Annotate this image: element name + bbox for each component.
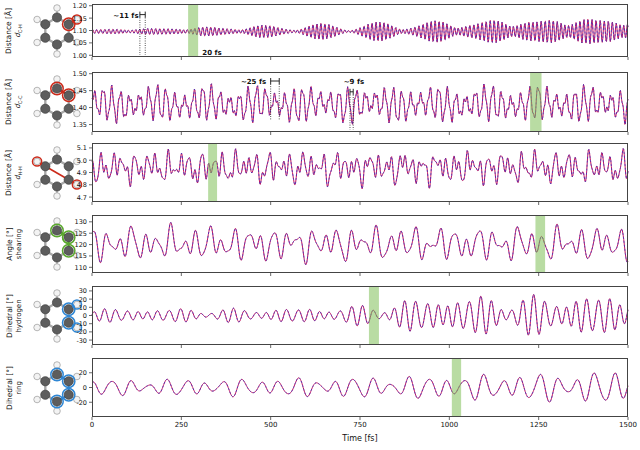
symbol-subscript: C-C — [17, 95, 23, 104]
panel-dCC-plot: ~25 fs~9 fs — [92, 72, 628, 132]
hydrogen-atom — [34, 110, 41, 117]
carbon-atom — [41, 91, 50, 100]
y-tick-label: 0 — [55, 384, 87, 392]
y-axis-subquantity: dC-H — [13, 7, 23, 53]
hydrogen-atom — [34, 39, 41, 46]
md-trajectory-figure: Distance [Å]dC-H1.001.051.101.151.20~11 … — [0, 0, 640, 450]
y-tick-label: 4.8 — [55, 181, 87, 189]
y-tick-label: 20 — [55, 369, 87, 377]
y-tick-label: 0 — [55, 312, 87, 320]
y-axis-quantity: Distance [Å] — [5, 149, 14, 195]
x-tick-label: 1500 — [613, 421, 640, 429]
symbol: d — [13, 175, 21, 179]
carbon-atom — [52, 111, 61, 120]
y-tick-label: 10 — [55, 304, 87, 312]
y-axis-subquantity: hydrogen — [14, 294, 22, 338]
y-axis-quantity: Dihedral [°] — [6, 366, 15, 410]
hydrogen-atom — [54, 361, 61, 368]
hydrogen-atom — [34, 16, 41, 23]
y-tick-label: 1.50 — [55, 70, 87, 78]
panel-background — [92, 215, 628, 273]
y-tick-label: 110 — [55, 264, 87, 272]
y-axis-label-dCH: Distance [Å]dC-H — [5, 7, 24, 53]
symbol: d — [13, 104, 21, 108]
y-tick-label: 1.15 — [55, 15, 87, 23]
carbon-atom — [41, 233, 50, 242]
y-axis-label-dihedralRing: Dihedral [°]ring — [6, 366, 23, 410]
y-axis-subquantity: dC-C — [13, 79, 23, 125]
highlight-band — [530, 73, 541, 131]
hydrogen-atom — [34, 229, 41, 236]
x-tick-label: 0 — [77, 421, 107, 429]
highlight-band — [208, 144, 217, 201]
y-axis-label-dCC: Distance [Å]dC-C — [5, 79, 24, 125]
y-tick-label: 5.0 — [55, 157, 87, 165]
y-tick-label: 4.7 — [55, 194, 87, 202]
y-tick-label: 1.40 — [55, 104, 87, 112]
panel-dHH-plot — [92, 143, 628, 202]
symbol: d — [13, 33, 21, 37]
y-axis-label-dihedralH: Dihedral [°]hydrogen — [6, 294, 23, 338]
y-axis-quantity: Distance [Å] — [5, 79, 14, 125]
y-tick-label: -20 — [55, 399, 87, 407]
y-axis-subquantity: ring — [14, 366, 22, 410]
carbon-atom — [41, 104, 50, 113]
hydrogen-atom — [54, 407, 61, 414]
y-tick-label: -30 — [55, 337, 87, 345]
annotation-label: ~11 fs — [113, 12, 138, 20]
y-tick-label: 1.35 — [55, 121, 87, 129]
x-tick-label: 750 — [345, 421, 375, 429]
y-tick-label: -10 — [55, 320, 87, 328]
y-axis-quantity: Dihedral [°] — [6, 294, 15, 338]
y-tick-label: 5.1 — [55, 144, 87, 152]
y-tick-label: 4.9 — [55, 169, 87, 177]
y-axis-subquantity: shearing — [14, 227, 22, 260]
y-tick-label: 115 — [55, 252, 87, 260]
hydrogen-atom — [34, 158, 41, 165]
highlight-band — [369, 287, 379, 344]
y-axis-label-shearing: Angle [°]shearing — [6, 227, 23, 260]
carbon-atom — [41, 318, 50, 327]
y-axis-subquantity: dH-H — [13, 149, 23, 195]
x-axis-title: Time [fs] — [92, 434, 628, 443]
x-tick-label: 500 — [256, 421, 286, 429]
y-tick-label: 1.05 — [55, 39, 87, 47]
y-tick-label: -20 — [55, 328, 87, 336]
panel-dCH-plot: ~11 fs20 fs — [92, 4, 628, 57]
y-tick-label: 130 — [55, 218, 87, 226]
hydrogen-atom — [34, 396, 41, 403]
hydrogen-atom — [34, 373, 41, 380]
hydrogen-atom — [34, 87, 41, 94]
y-tick-label: 120 — [55, 241, 87, 249]
panel-dihedralRing-plot — [92, 358, 628, 417]
hydrogen-atom — [34, 301, 41, 308]
highlight-band — [452, 359, 461, 416]
carbon-atom — [41, 175, 50, 184]
x-tick-label: 250 — [166, 421, 196, 429]
annotation-label: ~25 fs — [241, 78, 266, 86]
panel-background — [92, 358, 628, 417]
panel-shearing-plot — [92, 215, 628, 273]
carbon-atom — [41, 390, 50, 399]
x-tick-label: 1250 — [524, 421, 554, 429]
carbon-atom — [41, 246, 50, 255]
y-axis-quantity: Angle [°] — [6, 227, 15, 260]
annotation-label: ~9 fs — [344, 78, 364, 86]
hydrogen-atom — [34, 252, 41, 259]
carbon-atom — [41, 33, 50, 42]
carbon-atom — [41, 376, 50, 385]
y-tick-label: 30 — [55, 287, 87, 295]
hydrogen-atom — [34, 324, 41, 331]
y-tick-label: 1.00 — [55, 52, 87, 60]
carbon-atom — [41, 19, 50, 28]
hydrogen-atom — [34, 181, 41, 188]
y-axis-label-dHH: Distance [Å]dH-H — [5, 149, 24, 195]
highlight-band — [535, 216, 545, 272]
x-tick-label: 1000 — [434, 421, 464, 429]
y-axis-quantity: Distance [Å] — [5, 7, 14, 53]
y-tick-label: 1.10 — [55, 27, 87, 35]
carbon-atom — [41, 304, 50, 313]
y-tick-label: 1.20 — [55, 2, 87, 10]
highlight-band — [188, 5, 198, 56]
symbol-subscript: C-H — [17, 24, 23, 33]
